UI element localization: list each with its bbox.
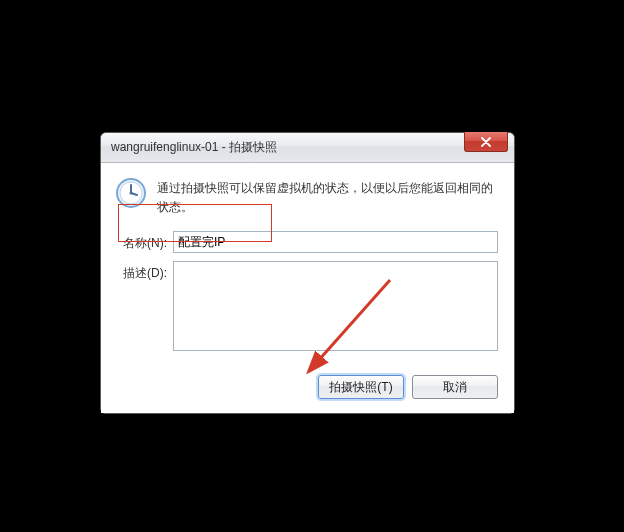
- name-row: 名称(N):: [115, 231, 498, 253]
- take-snapshot-button[interactable]: 拍摄快照(T): [318, 375, 404, 399]
- name-label: 名称(N):: [115, 231, 173, 252]
- snapshot-dialog: wangruifenglinux-01 - 拍摄快照 通过拍摄快照可以保留虚拟机…: [100, 132, 515, 414]
- titlebar[interactable]: wangruifenglinux-01 - 拍摄快照: [101, 133, 514, 163]
- info-text: 通过拍摄快照可以保留虚拟机的状态，以便以后您能返回相同的状态。: [157, 177, 498, 217]
- description-label: 描述(D):: [115, 261, 173, 282]
- description-row: 描述(D):: [115, 261, 498, 351]
- window-title: wangruifenglinux-01 - 拍摄快照: [111, 139, 514, 156]
- button-row: 拍摄快照(T) 取消: [101, 369, 514, 413]
- cancel-button[interactable]: 取消: [412, 375, 498, 399]
- close-button[interactable]: [464, 132, 508, 152]
- name-input[interactable]: [173, 231, 498, 253]
- dialog-body: 通过拍摄快照可以保留虚拟机的状态，以便以后您能返回相同的状态。 名称(N): 描…: [101, 163, 514, 369]
- clock-icon: [115, 177, 147, 209]
- svg-point-4: [130, 192, 133, 195]
- info-row: 通过拍摄快照可以保留虚拟机的状态，以便以后您能返回相同的状态。: [115, 177, 498, 217]
- close-icon: [480, 137, 492, 147]
- description-input[interactable]: [173, 261, 498, 351]
